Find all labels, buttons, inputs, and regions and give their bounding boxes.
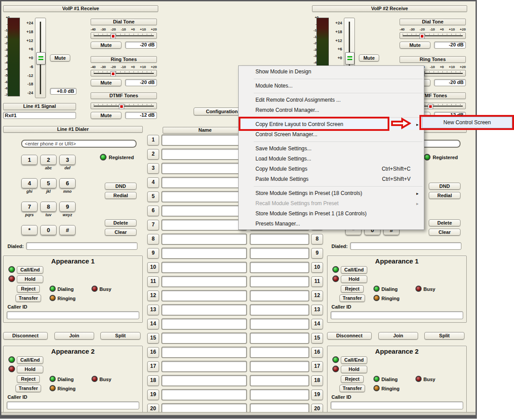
speed-dial-row-number-left[interactable]: 6: [147, 206, 159, 216]
voip2-appearance-1-transfer-button[interactable]: Transfer: [339, 294, 365, 302]
speed-dial-row-number-right[interactable]: 15: [311, 333, 323, 344]
speed-dial-name-field[interactable]: [161, 219, 247, 231]
voip1-appearance-2-hold-button[interactable]: Hold: [17, 366, 43, 373]
speed-dial-name-field[interactable]: [161, 332, 247, 344]
speed-dial-row-number-left[interactable]: 15: [147, 333, 159, 344]
speed-dial-name-field[interactable]: [161, 149, 247, 160]
voip1-tone-mute-button[interactable]: Mute: [91, 112, 122, 119]
voip2-redial-button[interactable]: Redial: [429, 192, 461, 199]
keypad-key-0[interactable]: 0: [40, 225, 57, 235]
speed-dial-row-number-left[interactable]: 13: [147, 305, 159, 315]
keypad-key-6[interactable]: 6: [59, 178, 76, 188]
speed-dial-number-field[interactable]: [250, 389, 309, 401]
speed-dial-row-number-left[interactable]: 18: [147, 375, 159, 386]
speed-dial-number-field[interactable]: [250, 347, 309, 358]
voip2-appearance-1-callend-button[interactable]: Call/End: [341, 266, 367, 274]
voip1-tone-value[interactable]: -20 dB: [125, 42, 157, 49]
voip2-appearance-2-hold-button[interactable]: Hold: [341, 366, 367, 373]
voip2-appearance-2-callerid-value[interactable]: [331, 401, 463, 409]
speed-dial-name-field[interactable]: [161, 233, 247, 245]
voip1-clear-button[interactable]: Clear: [105, 229, 137, 236]
menu-item[interactable]: Load Module Settings...: [239, 154, 424, 164]
voip2-join-button[interactable]: Join: [378, 332, 418, 340]
voip1-tone-slider[interactable]: [91, 103, 157, 109]
speed-dial-name-field[interactable]: [161, 389, 247, 401]
fader-thumb[interactable]: [345, 52, 354, 65]
voip2-dialed-value[interactable]: [350, 242, 461, 250]
voip2-appearance-2-reject-button[interactable]: Reject: [341, 375, 364, 383]
voip2-delete-button[interactable]: Delete: [429, 219, 461, 226]
speed-dial-row-number-right[interactable]: 14: [311, 319, 323, 329]
speed-dial-number-field[interactable]: [250, 276, 309, 287]
speed-dial-row-number-left[interactable]: 19: [147, 389, 159, 400]
voip2-tone-value[interactable]: -20 dB: [434, 42, 466, 49]
voip1-appearance-1-transfer-button[interactable]: Transfer: [15, 294, 41, 302]
speed-dial-row-number-left[interactable]: 17: [147, 361, 159, 372]
menu-item[interactable]: Save Module Settings...: [239, 144, 424, 154]
keypad-key-2[interactable]: 2: [40, 155, 57, 165]
voip1-tone-mute-button[interactable]: Mute: [91, 79, 122, 86]
speed-dial-name-field[interactable]: [161, 248, 247, 259]
speed-dial-row-number-left[interactable]: 16: [147, 347, 159, 358]
speed-dial-row-number-left[interactable]: 8: [147, 234, 159, 244]
speed-dial-number-field[interactable]: [250, 262, 309, 273]
speed-dial-row-number-left[interactable]: 3: [147, 163, 159, 174]
voip2-tone-value[interactable]: -20 dB: [434, 79, 466, 86]
voip2-tone-slider[interactable]: [400, 32, 466, 39]
voip1-delete-button[interactable]: Delete: [105, 219, 137, 226]
speed-dial-name-field[interactable]: [161, 290, 247, 302]
speed-dial-row-number-left[interactable]: 1: [147, 135, 159, 145]
keypad-key-5[interactable]: 5: [40, 178, 57, 188]
voip1-tone-value[interactable]: -12 dB: [125, 112, 157, 119]
menu-item[interactable]: Remote Control Manager...: [239, 105, 424, 115]
speed-dial-row-number-left[interactable]: 2: [147, 149, 159, 160]
voip1-appearance-2-transfer-button[interactable]: Transfer: [15, 385, 41, 392]
speed-dial-number-field[interactable]: [250, 290, 309, 302]
voip2-disconnect-button[interactable]: Disconnect: [327, 332, 372, 340]
voip1-tone-slider[interactable]: [91, 70, 157, 76]
voip2-appearance-1-reject-button[interactable]: Reject: [341, 285, 364, 293]
speed-dial-row-number-left[interactable]: 10: [147, 262, 159, 273]
slider-thumb[interactable]: [110, 71, 116, 76]
speed-dial-name-field[interactable]: [161, 276, 247, 287]
menu-item[interactable]: Show Module in Design: [239, 67, 424, 77]
speed-dial-number-field[interactable]: [250, 304, 309, 316]
voip1-mute-button[interactable]: Mute: [50, 54, 70, 61]
speed-dial-number-field[interactable]: [250, 361, 309, 372]
voip1-appearance-2-callend-button[interactable]: Call/End: [17, 356, 43, 364]
voip1-appearance-2-callerid-value[interactable]: [7, 401, 139, 409]
speed-dial-name-field[interactable]: [161, 134, 247, 146]
speed-dial-number-field[interactable]: [250, 375, 309, 386]
voip1-appearance-1-callerid-value[interactable]: [7, 311, 139, 319]
keypad-key-3[interactable]: 3: [59, 155, 76, 165]
keypad-key-1[interactable]: 1: [21, 155, 38, 165]
voip1-appearance-2-reject-button[interactable]: Reject: [17, 375, 40, 383]
speed-dial-number-field[interactable]: [250, 318, 309, 330]
speed-dial-name-field[interactable]: [161, 361, 247, 372]
line1-signal-value[interactable]: Rx#1: [3, 112, 76, 119]
speed-dial-name-field[interactable]: [161, 191, 247, 202]
keypad-key-8[interactable]: 8: [40, 202, 57, 212]
speed-dial-number-field[interactable]: [250, 233, 309, 245]
voip2-mute-button[interactable]: Mute: [359, 54, 379, 61]
menu-item[interactable]: Store Module Settings in Preset (18 Cont…: [239, 188, 424, 199]
voip1-tone-mute-button[interactable]: Mute: [91, 42, 122, 49]
slider-thumb[interactable]: [428, 104, 433, 109]
menu-item[interactable]: Edit Remote Control Assignments ...: [239, 95, 424, 105]
speed-dial-row-number-right[interactable]: 12: [311, 290, 323, 301]
speed-dial-row-number-left[interactable]: 5: [147, 191, 159, 202]
speed-dial-name-field[interactable]: [161, 163, 247, 174]
voip1-tone-slider[interactable]: [91, 32, 157, 39]
voip1-dialed-value[interactable]: [26, 242, 137, 250]
speed-dial-row-number-left[interactable]: 4: [147, 177, 159, 188]
speed-dial-row-number-left[interactable]: 7: [147, 220, 159, 230]
speed-dial-row-number-right[interactable]: 11: [311, 276, 323, 287]
keypad-key-pound[interactable]: #: [59, 225, 76, 235]
voip1-gain-fader[interactable]: [35, 18, 46, 98]
voip2-appearance-2-callend-button[interactable]: Call/End: [341, 356, 367, 364]
slider-thumb[interactable]: [110, 34, 116, 39]
fader-thumb[interactable]: [36, 52, 46, 65]
menu-item[interactable]: Control Screen Manager...: [239, 130, 424, 140]
speed-dial-row-number-left[interactable]: 12: [147, 290, 159, 301]
speed-dial-name-field[interactable]: [161, 304, 247, 316]
